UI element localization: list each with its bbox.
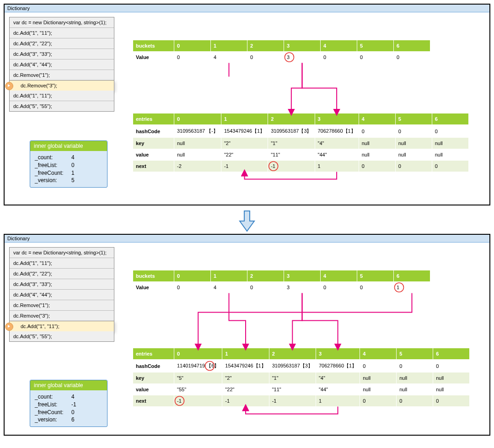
big-down-arrow-icon <box>238 210 256 232</box>
entry-cell: 0 <box>360 395 397 407</box>
code-line: dc.Add("2", "22"); <box>10 38 114 49</box>
code-line: dc.Add("5", "55"); <box>10 101 114 111</box>
buckets-table-bottom: buckets0123456Value0403001 <box>133 270 430 293</box>
row-label: Value <box>133 52 174 63</box>
col-index: 6 <box>394 40 430 52</box>
code-line: dc.Add("3", "33"); <box>10 279 114 290</box>
entry-cell: "55" <box>174 384 222 395</box>
vars-body: _count:4 _freeList:0 _freeCount:1 _versi… <box>30 151 107 187</box>
col-index: 4 <box>321 270 357 282</box>
val-count: 4 <box>71 154 75 161</box>
panel-body-bottom: var dc = new Dictionary<string, string>(… <box>5 243 489 435</box>
row-label: key <box>133 138 174 149</box>
entry-cell: "2" <box>222 372 269 384</box>
val-version: 6 <box>71 416 75 423</box>
entry-cell: 0 <box>432 125 468 138</box>
entry-cell: "11" <box>268 149 315 161</box>
entry-cell: 0 <box>359 125 395 138</box>
col-index: 3 <box>315 113 359 125</box>
col-index: 3 <box>316 348 360 360</box>
entry-cell: 3109563187 【-】 <box>174 125 221 138</box>
entry-cell: null <box>433 372 470 384</box>
code-line: dc.Add("4", "44"); <box>10 290 114 300</box>
vars-box-bottom: inner global variable _count:4 _freeList… <box>30 380 107 427</box>
bucket-cell: 3 <box>284 282 321 293</box>
col-index: 6 <box>432 113 468 125</box>
bucket-cell: 4 <box>211 52 247 63</box>
val-freelist: 0 <box>71 162 75 168</box>
val-version: 5 <box>71 177 75 184</box>
col-index: 4 <box>360 348 397 360</box>
row-label: hashCode <box>133 360 174 372</box>
val-count: 4 <box>71 394 75 400</box>
entry-cell: 1 <box>315 161 359 172</box>
entry-cell: null <box>359 149 395 161</box>
entry-cell: null <box>174 149 221 161</box>
col-index: 4 <box>321 40 357 52</box>
val-freelist: -1 <box>71 401 76 408</box>
entry-cell: -2 <box>174 161 221 172</box>
col-index: 5 <box>357 40 394 52</box>
code-line: var dc = new Dictionary<string, string>(… <box>10 248 114 258</box>
entry-cell: 0 <box>397 395 433 407</box>
col-index: 5 <box>397 348 433 360</box>
entry-cell: 3109563187【3】 <box>268 125 315 138</box>
dictionary-panel-bottom: Dictionary var dc = new Dictionary<strin… <box>4 234 490 436</box>
entry-cell: null <box>395 149 432 161</box>
entry-cell: null <box>360 384 397 395</box>
entry-cell: 0 <box>433 360 470 372</box>
code-list-bottom: var dc = new Dictionary<string, string>(… <box>9 247 114 342</box>
col-index: 3 <box>284 40 321 52</box>
bucket-cell: 3 <box>284 52 321 63</box>
code-line: dc.Add("3", "33"); <box>10 49 114 59</box>
entry-cell: 3109563187【3】 <box>269 360 316 372</box>
col-index: 2 <box>247 40 284 52</box>
dictionary-panel-top: Dictionary var dc = new Dictionary<strin… <box>4 4 490 205</box>
bucket-cell: 4 <box>211 282 247 293</box>
entry-cell: "1" <box>269 372 316 384</box>
entry-cell: null <box>359 138 395 149</box>
row-label: key <box>133 372 174 384</box>
entry-cell: 706278660【1】 <box>316 360 360 372</box>
entry-cell: -1 <box>221 161 268 172</box>
bucket-cell: 0 <box>357 282 394 293</box>
bucket-cell: 0 <box>174 52 211 63</box>
entry-cell: null <box>360 372 397 384</box>
code-line: dc.Add("1", "11"); <box>10 28 114 38</box>
entry-cell: 0 <box>432 161 468 172</box>
entry-cell: 706278660【1】 <box>315 125 359 138</box>
label-count: _count: <box>35 393 71 401</box>
col-index: 0 <box>174 40 211 52</box>
entry-cell: "11" <box>269 384 316 395</box>
label-freelist: _freeList: <box>35 401 71 409</box>
entry-cell: "44" <box>315 149 359 161</box>
entry-cell: "22" <box>222 384 269 395</box>
bucket-cell: 0 <box>247 282 284 293</box>
col-index: 1 <box>211 40 247 52</box>
entry-cell: 1140194719 【6】 <box>174 360 222 372</box>
entry-cell: 0 <box>360 360 397 372</box>
buckets-table-top: buckets0123456Value0403000 <box>133 40 430 63</box>
code-list-top: var dc = new Dictionary<string, string>(… <box>9 17 114 112</box>
code-line: dc.Remove("3"); <box>9 80 114 91</box>
code-line: dc.Remove("1"); <box>10 300 114 311</box>
row-label: value <box>133 149 174 161</box>
code-line: dc.Add("1", "11"); <box>9 321 114 332</box>
bucket-cell: 0 <box>357 52 394 63</box>
vars-box-top: inner global variable _count:4 _freeList… <box>30 140 107 188</box>
entry-cell: null <box>397 384 433 395</box>
entry-cell: 0 <box>395 161 432 172</box>
entry-cell: 1543479246【1】 <box>222 360 269 372</box>
entry-cell: null <box>174 138 221 149</box>
entry-cell: -1 <box>268 161 315 172</box>
entry-cell: "4" <box>316 372 360 384</box>
entry-cell: null <box>432 138 468 149</box>
val-freecount: 0 <box>71 409 75 416</box>
bucket-cell: 0 <box>394 52 430 63</box>
col-index: 6 <box>433 348 470 360</box>
label-freecount: _freeCount: <box>35 169 71 177</box>
row-label: Value <box>133 282 174 293</box>
entry-cell: "5" <box>174 372 222 384</box>
code-line: dc.Add("1", "11"); <box>10 258 114 269</box>
code-line: dc.Remove("1"); <box>10 70 114 81</box>
